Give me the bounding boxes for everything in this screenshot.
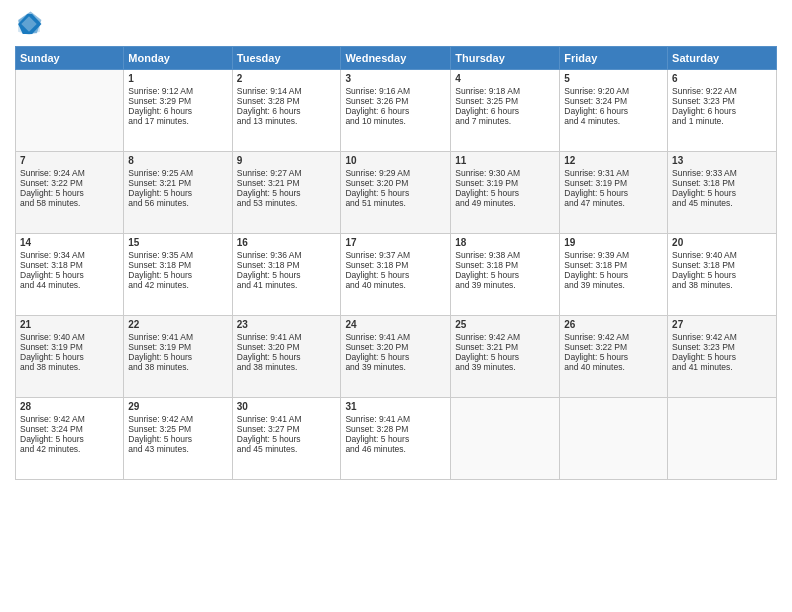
calendar-cell: 29Sunrise: 9:42 AMSunset: 3:25 PMDayligh… (124, 398, 232, 480)
cell-content-line: and 41 minutes. (237, 280, 337, 290)
cell-content-line: and 47 minutes. (564, 198, 663, 208)
calendar-day-header: Wednesday (341, 47, 451, 70)
cell-content-line: Sunrise: 9:41 AM (345, 414, 446, 424)
cell-content-line: Daylight: 5 hours (128, 188, 227, 198)
cell-content-line: and 42 minutes. (20, 444, 119, 454)
calendar-cell: 4Sunrise: 9:18 AMSunset: 3:25 PMDaylight… (451, 70, 560, 152)
cell-content-line: Sunset: 3:24 PM (20, 424, 119, 434)
cell-content-line: Sunset: 3:21 PM (455, 342, 555, 352)
cell-content-line: Sunrise: 9:25 AM (128, 168, 227, 178)
cell-content-line: Sunrise: 9:18 AM (455, 86, 555, 96)
calendar-day-header: Sunday (16, 47, 124, 70)
cell-content-line: Sunset: 3:21 PM (237, 178, 337, 188)
cell-content-line: and 40 minutes. (345, 280, 446, 290)
cell-content-line: Sunset: 3:20 PM (345, 342, 446, 352)
day-number: 3 (345, 73, 446, 84)
calendar-day-header: Thursday (451, 47, 560, 70)
cell-content-line: Daylight: 6 hours (237, 106, 337, 116)
cell-content-line: Daylight: 6 hours (128, 106, 227, 116)
calendar-cell: 16Sunrise: 9:36 AMSunset: 3:18 PMDayligh… (232, 234, 341, 316)
cell-content-line: Sunset: 3:28 PM (237, 96, 337, 106)
cell-content-line: Sunset: 3:27 PM (237, 424, 337, 434)
cell-content-line: Sunrise: 9:20 AM (564, 86, 663, 96)
cell-content-line: Daylight: 6 hours (455, 106, 555, 116)
cell-content-line: Sunset: 3:18 PM (455, 260, 555, 270)
logo (15, 10, 47, 38)
calendar-cell: 18Sunrise: 9:38 AMSunset: 3:18 PMDayligh… (451, 234, 560, 316)
cell-content-line: Sunset: 3:19 PM (564, 178, 663, 188)
calendar-cell: 1Sunrise: 9:12 AMSunset: 3:29 PMDaylight… (124, 70, 232, 152)
cell-content-line: Sunrise: 9:42 AM (672, 332, 772, 342)
cell-content-line: and 45 minutes. (237, 444, 337, 454)
cell-content-line: and 43 minutes. (128, 444, 227, 454)
cell-content-line: Daylight: 6 hours (345, 106, 446, 116)
cell-content-line: Sunset: 3:19 PM (128, 342, 227, 352)
cell-content-line: Daylight: 5 hours (345, 352, 446, 362)
cell-content-line: Daylight: 5 hours (564, 352, 663, 362)
calendar-cell: 9Sunrise: 9:27 AMSunset: 3:21 PMDaylight… (232, 152, 341, 234)
day-number: 16 (237, 237, 337, 248)
cell-content-line: and 44 minutes. (20, 280, 119, 290)
cell-content-line: Sunset: 3:18 PM (237, 260, 337, 270)
calendar-cell: 31Sunrise: 9:41 AMSunset: 3:28 PMDayligh… (341, 398, 451, 480)
cell-content-line: and 56 minutes. (128, 198, 227, 208)
cell-content-line: Sunset: 3:22 PM (20, 178, 119, 188)
cell-content-line: Sunrise: 9:40 AM (20, 332, 119, 342)
calendar-cell: 14Sunrise: 9:34 AMSunset: 3:18 PMDayligh… (16, 234, 124, 316)
calendar-cell: 25Sunrise: 9:42 AMSunset: 3:21 PMDayligh… (451, 316, 560, 398)
cell-content-line: Sunset: 3:22 PM (564, 342, 663, 352)
calendar-cell: 8Sunrise: 9:25 AMSunset: 3:21 PMDaylight… (124, 152, 232, 234)
cell-content-line: and 41 minutes. (672, 362, 772, 372)
cell-content-line: Sunrise: 9:41 AM (237, 332, 337, 342)
cell-content-line: Daylight: 5 hours (345, 188, 446, 198)
cell-content-line: Daylight: 5 hours (455, 188, 555, 198)
calendar-cell: 3Sunrise: 9:16 AMSunset: 3:26 PMDaylight… (341, 70, 451, 152)
cell-content-line: Daylight: 5 hours (20, 352, 119, 362)
calendar-cell: 22Sunrise: 9:41 AMSunset: 3:19 PMDayligh… (124, 316, 232, 398)
day-number: 18 (455, 237, 555, 248)
day-number: 7 (20, 155, 119, 166)
cell-content-line: and 51 minutes. (345, 198, 446, 208)
cell-content-line: Daylight: 5 hours (672, 352, 772, 362)
calendar-day-header: Saturday (668, 47, 777, 70)
day-number: 5 (564, 73, 663, 84)
cell-content-line: and 4 minutes. (564, 116, 663, 126)
cell-content-line: Sunrise: 9:41 AM (237, 414, 337, 424)
cell-content-line: Sunrise: 9:37 AM (345, 250, 446, 260)
day-number: 21 (20, 319, 119, 330)
cell-content-line: Daylight: 5 hours (237, 352, 337, 362)
cell-content-line: Sunrise: 9:16 AM (345, 86, 446, 96)
calendar-table: SundayMondayTuesdayWednesdayThursdayFrid… (15, 46, 777, 480)
day-number: 26 (564, 319, 663, 330)
calendar-cell: 15Sunrise: 9:35 AMSunset: 3:18 PMDayligh… (124, 234, 232, 316)
day-number: 1 (128, 73, 227, 84)
day-number: 23 (237, 319, 337, 330)
cell-content-line: Sunrise: 9:22 AM (672, 86, 772, 96)
cell-content-line: and 38 minutes. (128, 362, 227, 372)
cell-content-line: Sunset: 3:21 PM (128, 178, 227, 188)
day-number: 24 (345, 319, 446, 330)
cell-content-line: and 40 minutes. (564, 362, 663, 372)
cell-content-line: and 46 minutes. (345, 444, 446, 454)
cell-content-line: Daylight: 5 hours (672, 188, 772, 198)
cell-content-line: Daylight: 5 hours (237, 270, 337, 280)
cell-content-line: Daylight: 5 hours (564, 270, 663, 280)
calendar-cell (451, 398, 560, 480)
cell-content-line: Sunrise: 9:27 AM (237, 168, 337, 178)
cell-content-line: and 58 minutes. (20, 198, 119, 208)
cell-content-line: Sunset: 3:23 PM (672, 96, 772, 106)
cell-content-line: and 10 minutes. (345, 116, 446, 126)
cell-content-line: Sunset: 3:23 PM (672, 342, 772, 352)
cell-content-line: Daylight: 5 hours (20, 434, 119, 444)
calendar-day-header: Tuesday (232, 47, 341, 70)
cell-content-line: Sunrise: 9:33 AM (672, 168, 772, 178)
cell-content-line: Sunrise: 9:41 AM (345, 332, 446, 342)
cell-content-line: Daylight: 5 hours (455, 270, 555, 280)
cell-content-line: Daylight: 5 hours (128, 270, 227, 280)
calendar-cell: 11Sunrise: 9:30 AMSunset: 3:19 PMDayligh… (451, 152, 560, 234)
cell-content-line: Sunset: 3:28 PM (345, 424, 446, 434)
cell-content-line: Daylight: 5 hours (237, 434, 337, 444)
cell-content-line: Sunset: 3:18 PM (672, 260, 772, 270)
calendar-day-header: Friday (560, 47, 668, 70)
calendar-cell: 24Sunrise: 9:41 AMSunset: 3:20 PMDayligh… (341, 316, 451, 398)
